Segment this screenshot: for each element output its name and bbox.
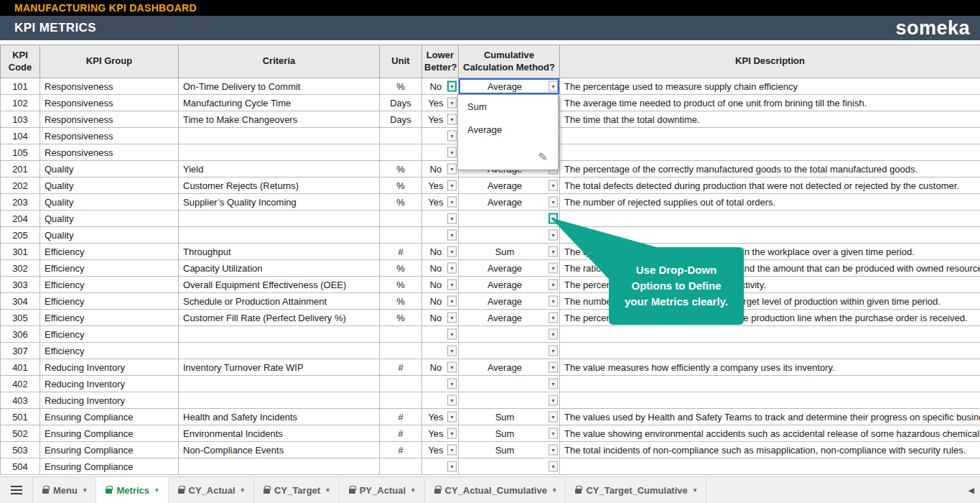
- cell-lower-better[interactable]: No▾: [422, 359, 459, 376]
- cell-kpi-group[interactable]: Reducing Inventory: [40, 376, 179, 392]
- tab-scroll-left-button[interactable]: ◀: [963, 477, 980, 503]
- cell-kpi-code[interactable]: 303: [1, 277, 40, 293]
- dropdown-arrow-icon[interactable]: ▾: [447, 230, 457, 241]
- cell-kpi-group[interactable]: Ensuring Compliance: [40, 425, 179, 442]
- cell-calc-method[interactable]: Average▾: [459, 194, 560, 211]
- cell-criteria[interactable]: Overall Equipment Effectiveness (OEE): [179, 277, 380, 293]
- cell-unit[interactable]: [380, 227, 422, 244]
- dropdown-arrow-icon[interactable]: ▾: [549, 428, 558, 439]
- cell-unit[interactable]: %: [380, 260, 422, 277]
- dropdown-option[interactable]: Sum: [458, 95, 558, 118]
- cell-kpi-group[interactable]: Quality: [40, 161, 179, 177]
- cell-calc-method[interactable]: ▾: [459, 376, 560, 392]
- cell-unit[interactable]: [380, 392, 422, 409]
- dropdown-arrow-icon[interactable]: ▾: [549, 197, 558, 208]
- cell-criteria[interactable]: [179, 326, 380, 343]
- sheet-tab-py_actual[interactable]: PY_Actual▾: [340, 477, 425, 503]
- dropdown-arrow-icon[interactable]: ▾: [549, 81, 558, 92]
- cell-kpi-code[interactable]: 307: [1, 343, 40, 359]
- cell-kpi-group[interactable]: Efficiency: [40, 343, 179, 359]
- dropdown-arrow-icon[interactable]: ▾: [447, 412, 457, 423]
- cell-criteria[interactable]: Environmental Incidents: [179, 425, 380, 442]
- cell-description[interactable]: [560, 343, 980, 359]
- cell-calc-method[interactable]: ▾: [459, 392, 560, 409]
- cell-criteria[interactable]: [179, 128, 380, 144]
- cell-calc-method[interactable]: Average▾: [459, 260, 560, 277]
- cell-kpi-code[interactable]: 304: [1, 293, 40, 310]
- dropdown-arrow-icon[interactable]: ▾: [447, 280, 457, 290]
- cell-criteria[interactable]: Customer Rejects (Returns): [179, 177, 380, 194]
- cell-kpi-code[interactable]: 104: [1, 128, 40, 144]
- cell-criteria[interactable]: [179, 458, 380, 475]
- cell-calc-method[interactable]: ▾: [459, 458, 560, 475]
- cell-calc-method[interactable]: ▾: [459, 326, 560, 343]
- dropdown-arrow-icon[interactable]: ▾: [549, 180, 558, 191]
- cell-lower-better[interactable]: ▾: [422, 326, 459, 343]
- dropdown-arrow-icon[interactable]: ▾: [447, 197, 457, 208]
- cell-unit[interactable]: [380, 376, 422, 392]
- cell-calc-method[interactable]: Sum▾: [459, 409, 560, 425]
- cell-calc-method[interactable]: Sum▾: [459, 244, 560, 260]
- cell-lower-better[interactable]: No▾: [422, 293, 459, 310]
- cell-kpi-group[interactable]: Quality: [40, 227, 179, 244]
- dropdown-arrow-icon[interactable]: ▾: [447, 362, 457, 373]
- cell-description[interactable]: The values used by Health and Safety Tea…: [560, 409, 980, 425]
- cell-kpi-code[interactable]: 402: [1, 376, 40, 392]
- cell-kpi-group[interactable]: Quality: [40, 211, 179, 227]
- cell-kpi-group[interactable]: Ensuring Compliance: [40, 442, 179, 458]
- cell-lower-better[interactable]: Yes▾: [422, 177, 459, 194]
- cell-unit[interactable]: %: [380, 194, 422, 211]
- cell-kpi-code[interactable]: 502: [1, 425, 40, 442]
- cell-lower-better[interactable]: ▾: [422, 227, 459, 244]
- cell-lower-better[interactable]: ▾: [422, 343, 459, 359]
- cell-description[interactable]: [560, 392, 980, 409]
- cell-unit[interactable]: #: [380, 244, 422, 260]
- cell-kpi-group[interactable]: Efficiency: [40, 293, 179, 310]
- cell-kpi-code[interactable]: 205: [1, 227, 40, 244]
- cell-kpi-group[interactable]: Responsiveness: [40, 78, 179, 95]
- dropdown-arrow-icon[interactable]: ▾: [447, 313, 457, 323]
- cell-description[interactable]: The value measures how efficiently a com…: [560, 359, 980, 376]
- dropdown-arrow-icon[interactable]: ▾: [447, 246, 457, 257]
- cell-lower-better[interactable]: Yes▾: [422, 95, 459, 111]
- cell-lower-better[interactable]: Yes▾: [422, 111, 459, 128]
- cell-lower-better[interactable]: No▾: [422, 277, 459, 293]
- dropdown-option[interactable]: Average: [458, 118, 558, 141]
- cell-kpi-group[interactable]: Ensuring Compliance: [40, 409, 179, 425]
- cell-criteria[interactable]: On-Time Delivery to Commit: [179, 78, 380, 95]
- cell-criteria[interactable]: Manufacturing Cycle Time: [179, 95, 380, 111]
- cell-kpi-code[interactable]: 302: [1, 260, 40, 277]
- cell-calc-method[interactable]: Average▾: [459, 177, 560, 194]
- cell-unit[interactable]: %: [380, 293, 422, 310]
- cell-kpi-group[interactable]: Efficiency: [40, 326, 179, 343]
- cell-lower-better[interactable]: ▾: [422, 458, 459, 475]
- sheet-tab-cy_actual_cumulative[interactable]: CY_Actual_Cumulative▾: [425, 477, 566, 503]
- cell-unit[interactable]: #: [380, 409, 422, 425]
- cell-description[interactable]: [560, 326, 980, 343]
- dropdown-arrow-icon[interactable]: ▾: [549, 329, 558, 340]
- dropdown-arrow-icon[interactable]: ▾: [549, 313, 558, 323]
- dropdown-arrow-icon[interactable]: ▾: [447, 98, 457, 109]
- sheet-tab-cy_target_cumulative[interactable]: CY_Target_Cumulative▾: [566, 477, 706, 503]
- cell-kpi-group[interactable]: Efficiency: [40, 244, 179, 260]
- dropdown-arrow-icon[interactable]: ▾: [447, 164, 457, 175]
- dropdown-arrow-icon[interactable]: ▾: [447, 81, 457, 92]
- all-sheets-menu-button[interactable]: [0, 477, 33, 503]
- sheet-tab-cy_target[interactable]: CY_Target▾: [254, 477, 340, 503]
- cell-calc-method[interactable]: Sum▾: [459, 442, 560, 458]
- dropdown-arrow-icon[interactable]: ▾: [549, 263, 558, 274]
- cell-lower-better[interactable]: Yes▾: [422, 409, 459, 425]
- cell-criteria[interactable]: Schedule or Production Attainment: [179, 293, 380, 310]
- cell-calc-method[interactable]: Average▾: [459, 359, 560, 376]
- cell-criteria[interactable]: [179, 343, 380, 359]
- cell-calc-method[interactable]: ▾: [459, 227, 560, 244]
- dropdown-arrow-icon[interactable]: ▾: [447, 461, 457, 472]
- cell-unit[interactable]: #: [380, 442, 422, 458]
- cell-description[interactable]: [560, 376, 980, 392]
- cell-calc-method[interactable]: ▾: [459, 343, 560, 359]
- cell-lower-better[interactable]: No▾: [422, 78, 459, 95]
- cell-kpi-code[interactable]: 503: [1, 442, 40, 458]
- dropdown-arrow-icon[interactable]: ▾: [549, 280, 558, 290]
- cell-kpi-code[interactable]: 403: [1, 392, 40, 409]
- cell-lower-better[interactable]: ▾: [422, 376, 459, 392]
